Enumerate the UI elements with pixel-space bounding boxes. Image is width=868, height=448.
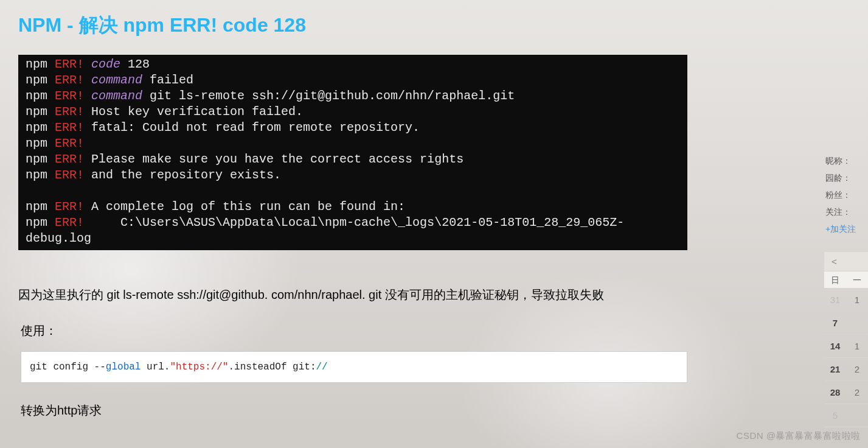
- code-keyword-global: global: [106, 362, 141, 373]
- watermark: CSDN @暴富暴富暴富啦啦啦: [737, 430, 861, 442]
- calendar-row: 7: [824, 312, 868, 335]
- terminal-line: npm ERR! code 128: [26, 57, 680, 72]
- nickname-label: 昵称：: [825, 152, 868, 169]
- calendar-cell[interactable]: 7: [824, 312, 846, 334]
- calendar-day-header: 一: [846, 271, 868, 288]
- calendar-cell[interactable]: 28: [824, 381, 846, 404]
- page-title[interactable]: NPM - 解决 npm ERR! code 128: [18, 12, 687, 39]
- calendar-cell[interactable]: [846, 404, 868, 427]
- terminal-line: npm ERR! command git ls-remote ssh://git…: [26, 88, 680, 104]
- calendar-row: 212: [824, 358, 868, 381]
- profile-sidebar: 昵称： 园龄： 粉丝： 关注： +加关注: [825, 152, 868, 237]
- fans-label: 粉丝：: [825, 186, 868, 203]
- calendar-cell[interactable]: 1: [846, 289, 868, 311]
- calendar-row: 282: [824, 381, 868, 404]
- terminal-line: npm ERR! and the repository exists.: [26, 167, 680, 183]
- terminal-line: npm ERR! command failed: [26, 72, 680, 88]
- code-comment: //: [316, 362, 328, 373]
- calendar-cell[interactable]: 2: [846, 358, 868, 380]
- conversion-paragraph: 转换为http请求: [21, 402, 687, 419]
- terminal-line: npm ERR! Please make sure you have the c…: [26, 152, 680, 167]
- calendar-row: 5: [824, 404, 868, 427]
- terminal-line: npm ERR!: [26, 136, 680, 152]
- calendar-cell[interactable]: 31: [824, 289, 846, 311]
- terminal-line: npm ERR! fatal: Could not read from remo…: [26, 120, 680, 136]
- terminal-line: npm ERR! A complete log of this run can …: [26, 199, 680, 215]
- code-text: git config --: [30, 362, 106, 373]
- calendar-row: 141: [824, 335, 868, 358]
- calendar-cell[interactable]: 14: [824, 335, 846, 357]
- use-label: 使用：: [21, 323, 687, 339]
- calendar-cell[interactable]: 2: [846, 381, 868, 404]
- calendar-cell[interactable]: 1: [846, 335, 868, 357]
- code-string: "https://": [170, 362, 228, 373]
- add-follow-link[interactable]: +加关注: [825, 220, 868, 237]
- code-block: git config --global url."https://".inste…: [21, 351, 687, 383]
- terminal-output: npm ERR! code 128npm ERR! command failed…: [18, 55, 687, 250]
- calendar-header: 日 一: [824, 271, 868, 289]
- calendar-cell[interactable]: 5: [824, 404, 846, 427]
- code-text: .insteadOf git:: [228, 362, 316, 373]
- explanation-paragraph: 因为这里执行的 git ls-remote ssh://git@github. …: [18, 287, 687, 303]
- calendar-prev-button[interactable]: <: [824, 252, 868, 271]
- code-text: url.: [141, 362, 170, 373]
- article-container: NPM - 解决 npm ERR! code 128 npm ERR! code…: [0, 0, 706, 419]
- terminal-line: npm ERR! Host key verification failed.: [26, 104, 680, 120]
- age-label: 园龄：: [825, 169, 868, 186]
- calendar-day-header: 日: [824, 271, 846, 288]
- terminal-line: npm ERR! C:\Users\ASUS\AppData\Local\npm…: [26, 215, 680, 247]
- calendar-widget: < 日 一 31171412122825: [824, 252, 868, 427]
- calendar-row: 311: [824, 289, 868, 312]
- calendar-cell[interactable]: [846, 312, 868, 334]
- calendar-cell[interactable]: 21: [824, 358, 846, 380]
- terminal-line: [26, 183, 680, 199]
- following-label: 关注：: [825, 203, 868, 220]
